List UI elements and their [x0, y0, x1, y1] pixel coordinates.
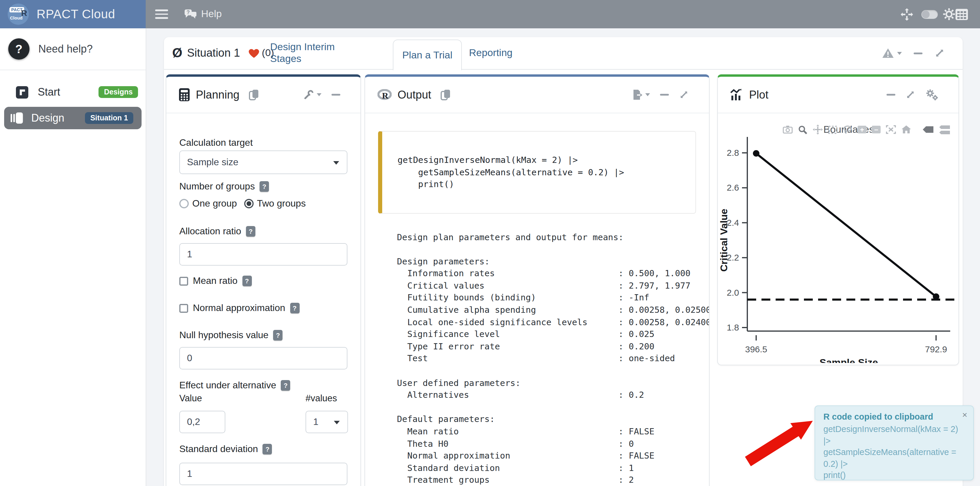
copy-icon[interactable] — [441, 89, 451, 100]
help-badge-icon[interactable]: ? — [246, 226, 255, 237]
situation-header: Ø Situation 1 (0) — [172, 37, 274, 69]
chevron-down-icon — [334, 421, 340, 424]
warnings-dropdown[interactable] — [882, 48, 902, 59]
start-label: Start — [38, 86, 60, 98]
collapse-panel-icon[interactable] — [886, 94, 896, 96]
plot-settings-gears-icon[interactable] — [926, 89, 939, 100]
mean-ratio-checkbox[interactable] — [179, 277, 188, 285]
fullscreen-arrows-icon[interactable] — [900, 8, 913, 20]
design-label: Design — [31, 112, 64, 124]
help-badge-icon[interactable]: ? — [263, 444, 272, 454]
plot-body: Boundaries — [718, 113, 958, 363]
brand-header: PACT R Cloud RPACT Cloud — [0, 0, 146, 28]
standard-deviation-input[interactable]: 1 — [179, 463, 347, 485]
number-of-groups-label: Number of groups? — [179, 181, 347, 193]
sidebar-item-need-help[interactable]: ? Need help? — [0, 28, 146, 70]
svg-text:?: ? — [187, 10, 190, 15]
number-of-groups-radios: One group Two groups — [179, 198, 347, 209]
expand-panel-icon[interactable] — [905, 90, 915, 100]
help-badge-icon[interactable]: ? — [259, 181, 269, 192]
planning-panel: Planning — [166, 74, 361, 486]
sidebar-item-design[interactable]: Design Situation 1 — [4, 107, 142, 129]
help-label: Help — [201, 8, 222, 20]
effect-under-alternative-label: Effect under alternative? — [179, 379, 347, 391]
tab-plan-a-trial[interactable]: Plan a Trial — [393, 40, 462, 70]
settings-gear-icon[interactable] — [942, 8, 955, 21]
normal-approximation-row: Normal approximation? — [179, 303, 347, 313]
camera-icon[interactable] — [783, 125, 793, 134]
help-badge-icon[interactable]: ? — [281, 380, 291, 391]
boundaries-chart[interactable]: 1.82.02.22.42.62.8396.5792.9Sample SizeC… — [718, 113, 958, 363]
apps-grid-icon[interactable] — [955, 8, 967, 20]
standard-deviation-label: Standard deviation? — [179, 443, 347, 455]
r-code-text: getDesignInverseNormal(kMax = 2) |> getS… — [398, 154, 685, 190]
autoscale-icon[interactable] — [886, 125, 896, 134]
hover-compare-icon[interactable] — [939, 125, 950, 134]
expand-panel-icon[interactable] — [679, 90, 689, 100]
copy-icon[interactable] — [249, 89, 259, 100]
tools-dropdown[interactable] — [304, 90, 321, 100]
help-badge-icon[interactable]: ? — [290, 303, 299, 313]
collapse-panel-icon[interactable] — [660, 94, 669, 96]
mean-ratio-row: Mean ratio? — [179, 276, 347, 286]
box-select-icon[interactable] — [828, 126, 838, 134]
situation-title: Situation 1 — [187, 47, 240, 60]
zoom-icon[interactable] — [798, 125, 808, 134]
radio-one-group[interactable]: One group — [179, 198, 237, 209]
rpact-logo-icon: PACT R Cloud — [8, 3, 29, 25]
zoom-out-icon[interactable]: − — [872, 126, 881, 133]
collapse-card-icon[interactable] — [914, 52, 923, 54]
radio-two-groups[interactable]: Two groups — [244, 198, 305, 209]
normal-approximation-checkbox[interactable] — [179, 304, 188, 312]
expand-card-icon[interactable] — [934, 48, 945, 59]
r-logo-icon: R — [377, 89, 391, 100]
hamburger-menu-icon[interactable] — [155, 7, 168, 21]
tab-design-interim-stages[interactable]: Design Interim Stages — [270, 37, 368, 69]
card-actions — [882, 37, 945, 69]
sidebar: ? Need help? Start Designs Design Situat… — [0, 28, 146, 486]
theme-toggle[interactable] — [921, 10, 937, 19]
svg-text:1.8: 1.8 — [727, 322, 739, 332]
reset-home-icon[interactable] — [901, 125, 911, 134]
toggle-spikes-icon[interactable] — [923, 126, 934, 133]
chevron-down-icon — [333, 161, 339, 165]
zoom-in-icon[interactable]: + — [858, 126, 867, 133]
lasso-select-icon[interactable] — [843, 125, 852, 134]
help-badge-icon[interactable]: ? — [242, 276, 251, 286]
allocation-ratio-label: Allocation ratio? — [179, 225, 347, 237]
hide-situation-icon[interactable]: Ø — [172, 45, 182, 61]
output-body: getDesignInverseNormal(kMax = 2) |> getS… — [365, 131, 709, 486]
calculation-target-select[interactable]: Sample size — [179, 150, 347, 174]
output-header: R Output — [365, 77, 709, 113]
toggle-knob — [922, 10, 929, 18]
planning-header: Planning — [166, 77, 360, 113]
allocation-ratio-input[interactable]: 1 — [179, 243, 347, 266]
chart-icon — [730, 88, 743, 101]
wrench-icon — [304, 90, 314, 100]
output-title: Output — [398, 88, 431, 101]
design-badge: Situation 1 — [85, 112, 133, 124]
null-hypothesis-input[interactable]: 0 — [179, 347, 347, 370]
planning-title: Planning — [196, 88, 239, 101]
warning-triangle-icon — [882, 48, 894, 59]
tab-reporting[interactable]: Reporting — [466, 37, 515, 69]
toast-title: R code copied to clipboard — [823, 412, 965, 421]
r-code-block: getDesignInverseNormal(kMax = 2) |> getS… — [378, 131, 696, 214]
start-badge: Designs — [99, 86, 138, 98]
effect-nvalues-select[interactable]: 1 — [305, 411, 348, 433]
svg-text:2.8: 2.8 — [727, 148, 739, 158]
sidebar-item-start[interactable]: Start Designs — [0, 80, 146, 104]
export-dropdown[interactable] — [632, 89, 650, 100]
pan-icon[interactable] — [813, 124, 823, 135]
calculator-icon — [179, 88, 190, 102]
help-button[interactable]: ? Help — [184, 8, 222, 20]
close-icon[interactable]: × — [962, 410, 967, 420]
null-hypothesis-label: Null hypothesis value? — [179, 329, 347, 341]
collapse-panel-icon[interactable] — [331, 94, 340, 96]
effect-value-input[interactable]: 0,2 — [179, 411, 225, 433]
calculation-target-label: Calculation target — [179, 137, 347, 149]
r-output-result: Design plan parameters and output for me… — [378, 231, 696, 486]
help-badge-icon[interactable]: ? — [273, 330, 283, 341]
plotly-modebar: + − — [783, 124, 950, 135]
planning-form: Calculation target Sample size Number of… — [166, 137, 360, 485]
